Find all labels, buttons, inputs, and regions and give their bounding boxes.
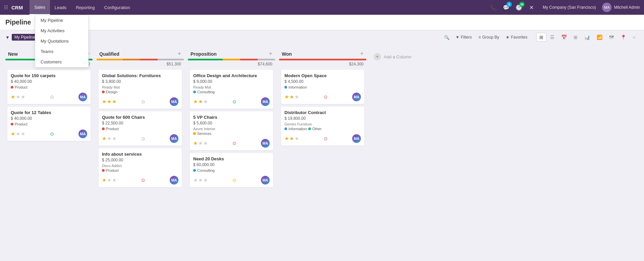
star-3[interactable]: ★	[112, 99, 116, 105]
kanban-card[interactable]: Info about services$ 25,000.00Deco Addic…	[99, 148, 182, 187]
search-input[interactable]	[45, 35, 442, 40]
stars[interactable]: ★★★	[193, 99, 208, 105]
nav-reporting[interactable]: Reporting	[71, 0, 99, 15]
star-3[interactable]: ★	[203, 140, 208, 146]
star-3[interactable]: ★	[112, 136, 116, 142]
sales-dropdown-menu: My Pipeline My Activities My Quotations …	[35, 15, 89, 67]
pivot-view-button[interactable]: ⊞	[571, 33, 581, 42]
clock-icon: ⊙	[232, 99, 236, 104]
star-3[interactable]: ★	[294, 94, 299, 100]
star-1[interactable]: ★	[102, 136, 106, 142]
filter-actions: ▼ Filters ≡ Group By ★ Favorites ⊞ ☰ 📅 ⊞…	[452, 33, 639, 42]
star-1[interactable]: ★	[11, 94, 15, 100]
star-2[interactable]: ★	[107, 177, 111, 183]
star-2[interactable]: ★	[16, 94, 20, 100]
kanban-card[interactable]: Office Design and Architecture$ 9,000.00…	[190, 70, 273, 109]
card-sub: Azure Interior	[193, 127, 270, 131]
star-1[interactable]: ★	[193, 140, 198, 146]
clock-nav-icon[interactable]: 🕐 36	[514, 2, 524, 12]
graph-view-button[interactable]: 📊	[581, 33, 593, 42]
card-avatar: MA	[170, 176, 178, 185]
chat-icon[interactable]: 💬 5	[501, 2, 511, 12]
favorites-button[interactable]: ★ Favorites	[502, 34, 531, 41]
top-navigation: ⁝⁝ CRM Sales Leads Reporting Configurati…	[0, 0, 644, 15]
add-column-button[interactable]: + Add a Column	[370, 51, 415, 62]
star-1[interactable]: ★	[11, 131, 15, 137]
kanban-card[interactable]: Modern Open Space$ 4,500.00Information ★…	[281, 70, 364, 104]
tag-dot-icon	[284, 86, 287, 89]
filters-button[interactable]: ▼ Filters	[452, 34, 475, 41]
phone-icon[interactable]: 📞	[488, 2, 498, 12]
location-view-button[interactable]: 📍	[618, 33, 629, 42]
card-tag: Product	[11, 85, 28, 89]
list-view-button[interactable]: ☰	[547, 33, 557, 42]
star-2[interactable]: ★	[289, 136, 294, 142]
stars[interactable]: ★★★	[102, 136, 116, 142]
star-3[interactable]: ★	[203, 177, 208, 183]
stars[interactable]: ★★★	[193, 177, 208, 183]
star-3[interactable]: ★	[21, 94, 25, 100]
star-1[interactable]: ★	[102, 99, 106, 105]
stars[interactable]: ★★★	[284, 94, 299, 100]
dropdown-customers[interactable]: Customers	[35, 57, 88, 67]
dropdown-my-activities[interactable]: My Activities	[35, 25, 88, 36]
card-sub: Ready Mat	[193, 85, 270, 89]
grid-icon[interactable]: ⁝⁝	[4, 4, 8, 11]
search-icon[interactable]: 🔍	[444, 35, 449, 40]
card-avatar: MA	[352, 93, 361, 101]
kanban-card[interactable]: Need 20 Desks$ 60,000.00Consulting ★★★⊙M…	[190, 153, 273, 187]
stars[interactable]: ★★★	[102, 177, 116, 183]
kanban-card[interactable]: Quote for 12 Tables$ 40,000.00Product ★★…	[7, 107, 91, 141]
bar-view-button[interactable]: 📶	[594, 33, 605, 42]
star-2[interactable]: ★	[107, 136, 111, 142]
col-add-proposition[interactable]: +	[269, 50, 272, 57]
stars[interactable]: ★★★	[11, 131, 25, 137]
map-view-button[interactable]: 🗺	[606, 33, 617, 42]
card-title: Distributor Contract	[284, 110, 361, 115]
search-container	[45, 35, 442, 40]
star-3[interactable]: ★	[294, 136, 299, 142]
star-3[interactable]: ★	[112, 177, 116, 183]
kanban-card[interactable]: Global Solutions: Furnitures$ 3,800.00Re…	[99, 70, 182, 109]
circle-view-button[interactable]: ○	[630, 33, 639, 42]
groupby-button[interactable]: ≡ Group By	[475, 34, 502, 41]
kanban-card[interactable]: Distributor Contract$ 19,800.00Gemini Fu…	[281, 107, 364, 146]
star-2[interactable]: ★	[198, 140, 203, 146]
star-3[interactable]: ★	[203, 99, 208, 105]
add-column-area: + Add a Column	[370, 48, 431, 248]
kanban-card[interactable]: Quote for 600 Chairs$ 22,500.00Product ★…	[99, 111, 182, 146]
card-tags: Consulting	[193, 168, 270, 174]
dropdown-my-pipeline[interactable]: My Pipeline	[35, 15, 88, 25]
avatar[interactable]: MA	[602, 3, 611, 12]
star-1[interactable]: ★	[102, 177, 106, 183]
star-1[interactable]: ★	[284, 94, 289, 100]
dropdown-my-quotations[interactable]: My Quotations	[35, 36, 88, 46]
tag-dot-icon	[11, 123, 13, 125]
star-1[interactable]: ★	[193, 99, 198, 105]
kanban-card[interactable]: 5 VP Chairs$ 5,600.00Azure InteriorServi…	[190, 111, 273, 150]
company-name: My Company (San Francisco)	[543, 5, 596, 10]
kanban-view-button[interactable]: ⊞	[536, 33, 546, 42]
dropdown-teams[interactable]: Teams	[35, 46, 88, 57]
user-name: Mitchell Admin	[614, 5, 640, 10]
star-1[interactable]: ★	[193, 177, 198, 183]
col-add-qualified[interactable]: +	[177, 50, 181, 57]
star-2[interactable]: ★	[16, 131, 20, 137]
star-1[interactable]: ★	[284, 136, 289, 142]
star-2[interactable]: ★	[198, 99, 203, 105]
star-2[interactable]: ★	[289, 94, 294, 100]
kanban-card[interactable]: Quote for 150 carpets$ 40,000.00Product …	[7, 70, 91, 104]
calendar-view-button[interactable]: 📅	[558, 33, 570, 42]
star-2[interactable]: ★	[198, 177, 203, 183]
col-add-won[interactable]: +	[360, 50, 364, 57]
stars[interactable]: ★★★	[284, 136, 299, 142]
stars[interactable]: ★★★	[102, 99, 116, 105]
star-2[interactable]: ★	[107, 99, 111, 105]
nav-leads[interactable]: Leads	[50, 0, 71, 15]
star-3[interactable]: ★	[21, 131, 25, 137]
stars[interactable]: ★★★	[193, 140, 208, 146]
nav-configuration[interactable]: Configuration	[100, 0, 135, 15]
stars[interactable]: ★★★	[11, 94, 25, 100]
nav-sales[interactable]: Sales	[30, 0, 50, 15]
close-nav-icon[interactable]: ✕	[527, 2, 537, 12]
